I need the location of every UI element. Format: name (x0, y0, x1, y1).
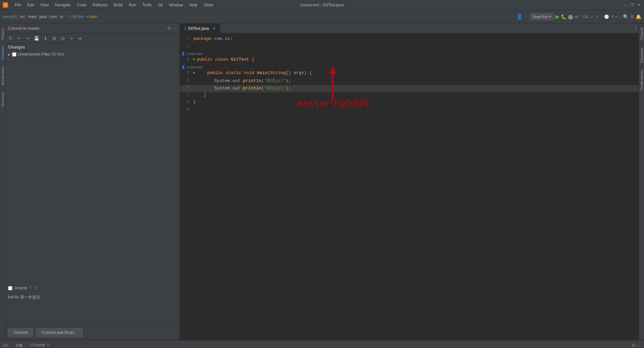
menu-help[interactable]: Help (186, 2, 200, 8)
menu-tools[interactable]: Tools (140, 2, 154, 8)
redo-btn[interactable]: ↪ (24, 35, 32, 42)
close-console-icon[interactable]: ✕ (47, 343, 49, 347)
amend-checkbox[interactable] (8, 286, 12, 290)
editor-area: J GitTest.java ✕ ⋮ 1 package com.xz; 2 👤… (180, 23, 639, 340)
commit-panel: Commit to master ⚙ — ↻ ↩ ↪ 💾 ⬇ ⊞ ⊟ ≡ ≪ C… (5, 23, 180, 340)
collapse-bottom-icon[interactable]: — (637, 343, 641, 348)
run-config-label: StateTest (533, 15, 548, 19)
commit-push-button[interactable]: Commit and Push... (36, 328, 83, 337)
breadcrumb-item[interactable]: src (20, 14, 25, 19)
sidebar-classlib-tab[interactable]: Classlib (639, 23, 644, 44)
breadcrumb-item[interactable]: xz (60, 14, 64, 19)
group-btn[interactable]: ≡ (68, 35, 75, 42)
log-tab[interactable]: Log (12, 341, 26, 348)
more-btn[interactable]: ≪ (76, 35, 84, 42)
run-gutter-4[interactable]: ▶ (193, 70, 197, 75)
notifications-icon[interactable]: 🔔 (636, 14, 641, 19)
navigate-back-btn[interactable]: ← (524, 14, 528, 19)
refresh-btn[interactable]: ↻ (7, 35, 14, 42)
file-icon: J (184, 26, 186, 31)
code-line-8: 8 } (180, 100, 639, 107)
secondary-toolbar: demo01 › src › main › java › com › xz › … (0, 10, 644, 23)
git-history-icon[interactable]: 🕐 (604, 14, 609, 19)
menu-file[interactable]: File (12, 2, 24, 8)
settings-icon[interactable]: ⚙ (630, 14, 634, 19)
code-editor[interactable]: 1 package com.xz; 2 👤 xiaocao 3 ▶ public… (180, 33, 639, 340)
unversioned-checkbox[interactable] (12, 52, 16, 57)
maximize-button[interactable]: ❐ (629, 2, 635, 8)
code-line-7: 7 } (180, 92, 639, 100)
account-icon[interactable]: 👤 (516, 13, 523, 20)
amend-settings-icon[interactable]: ⏱ (34, 286, 38, 290)
menu-build[interactable]: Build (111, 2, 125, 8)
breadcrumb-item[interactable]: demo01 (3, 14, 17, 19)
sidebar-project-tab[interactable]: Project (1, 25, 5, 43)
collapse-btn[interactable]: — (172, 26, 177, 31)
amend-label: Amend (14, 286, 27, 290)
unversioned-count: 59 files (51, 52, 64, 57)
amend-help-icon[interactable]: ? (29, 286, 32, 290)
debug-button[interactable]: 🐛 (561, 14, 567, 19)
git-push-icon[interactable]: ↑ (601, 14, 603, 19)
menu-run[interactable]: Run (126, 2, 139, 8)
menu-other[interactable]: Other (201, 2, 216, 8)
commit-icon-btn[interactable]: ⬇ (42, 35, 49, 42)
sidebar-bookmarks-tab[interactable]: Bookmarks (1, 63, 5, 88)
separator2 (621, 14, 621, 20)
undo-btn[interactable]: ↩ (15, 35, 23, 42)
git-annotation-1: 👤 xiaocao (180, 51, 639, 57)
breadcrumb-item[interactable]: ⬡ GitTest (66, 14, 84, 19)
bottom-panel: Git: Log Console ✕ ⚙ — ◀ + — ↓ 🔍 HEAD (C… (0, 340, 644, 348)
run-gutter-3[interactable]: ▶ (193, 57, 197, 61)
tree-view-btn[interactable]: ⊞ (50, 35, 58, 42)
minimize-button[interactable]: — (623, 2, 628, 8)
main-layout: Project Commit Bookmarks Structure Commi… (0, 23, 644, 340)
tab-label: GitTest.java (188, 26, 209, 31)
settings-btn[interactable]: ⚙ (167, 26, 171, 31)
changes-header: Changes (5, 44, 179, 51)
close-tab-icon[interactable]: ✕ (212, 26, 216, 31)
annotation-user-2: xiaocao (186, 65, 202, 69)
sidebar-structure-tab[interactable]: Structure (1, 88, 5, 110)
expand-icon[interactable]: ▶ (8, 53, 11, 56)
git-undo-icon[interactable]: ↩ (615, 14, 619, 19)
commit-panel-toolbar: ↻ ↩ ↪ 💾 ⬇ ⊞ ⊟ ≡ ≪ (5, 33, 179, 44)
menu-code[interactable]: Code (74, 2, 89, 8)
menu-edit[interactable]: Edit (24, 2, 37, 8)
console-tab[interactable]: Console ✕ (26, 341, 53, 348)
sidebar-database-tab[interactable]: Database (639, 44, 644, 66)
amend-section: Amend ? ⏱ (5, 284, 179, 292)
git-revert-icon[interactable]: ↺ (610, 14, 614, 19)
menu-window[interactable]: Window (166, 2, 186, 8)
editor-tab-gittest[interactable]: J GitTest.java ✕ (180, 23, 220, 33)
settings-bottom-icon[interactable]: ⚙ (632, 343, 636, 348)
annotation-user-1: xiaocao (186, 52, 202, 56)
menu-view[interactable]: View (38, 2, 52, 8)
sidebar-notifications-tab[interactable]: Notifications (639, 66, 644, 93)
run-with-coverage-btn[interactable]: ⬤ (568, 14, 573, 19)
sidebar-commit-tab[interactable]: Commit (1, 43, 5, 63)
breadcrumb-item[interactable]: java (39, 14, 47, 19)
commit-panel-header: Commit to master ⚙ — (5, 23, 179, 33)
menu-navigate[interactable]: Navigate (52, 2, 73, 8)
expand-btn[interactable]: ⊟ (59, 35, 66, 42)
git-check-icon: ✓ (590, 14, 594, 19)
code-line-9: 9 (180, 107, 639, 115)
breadcrumb-item[interactable]: com (49, 14, 57, 19)
code-line-3: 3 ▶ public class GitTest { (180, 57, 639, 64)
menu-refactor[interactable]: Refactor (90, 2, 110, 8)
run-button[interactable]: ▶ (555, 13, 559, 20)
commit-button[interactable]: Commit (8, 328, 33, 337)
search-everywhere-icon[interactable]: 🔍 (623, 14, 629, 19)
breadcrumb-item[interactable]: main (28, 14, 37, 19)
editor-right-actions[interactable]: ⋮ (633, 26, 639, 31)
run-config-selector[interactable]: StateTest ▾ (530, 13, 554, 20)
code-line-4: 4 ▶ public static void main(String[] arg… (180, 70, 639, 78)
save-btn[interactable]: 💾 (33, 35, 40, 42)
menu-git[interactable]: Git (155, 2, 165, 8)
close-button[interactable]: ✕ (636, 2, 641, 8)
more-run-btn[interactable]: ⊕ (575, 14, 579, 19)
editor-tabs: J GitTest.java ✕ ⋮ (180, 23, 639, 33)
breadcrumb-item[interactable]: ▪ main (86, 14, 98, 19)
toolbar-right: 👤 ← StateTest ▾ ▶ 🐛 ⬤ ⊕ Git: ✓ ✓ ↑ 🕐 ↺ ↩… (516, 13, 641, 20)
